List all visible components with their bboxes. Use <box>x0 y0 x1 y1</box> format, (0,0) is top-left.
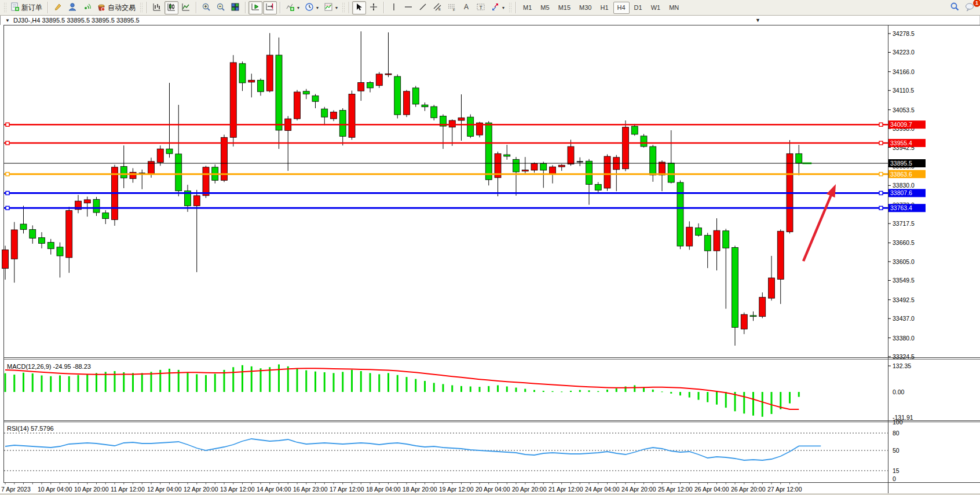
candle-body[interactable] <box>394 76 401 115</box>
candle-body[interactable] <box>467 117 474 136</box>
candle-body[interactable] <box>30 229 36 238</box>
candle-body[interactable] <box>458 118 465 120</box>
candle-body[interactable] <box>20 224 27 229</box>
candle-body[interactable] <box>586 161 593 184</box>
candle-doji[interactable] <box>577 161 583 162</box>
search-button[interactable] <box>948 1 962 14</box>
arrows-tool-button[interactable]: ▾ <box>488 1 507 14</box>
indicators-button[interactable]: ▾ <box>283 1 302 14</box>
equidistant-channel-tool-button[interactable]: E <box>430 1 444 14</box>
candlestick-chart-type-button[interactable] <box>164 1 178 14</box>
candle-body[interactable] <box>631 126 638 134</box>
timeframe-d1-button[interactable]: D1 <box>630 2 646 14</box>
candle-body[interactable] <box>659 162 665 175</box>
timeframe-m30-button[interactable]: M30 <box>575 2 595 14</box>
candle-body[interactable] <box>485 123 492 179</box>
candle-body[interactable] <box>595 185 601 190</box>
line-handle[interactable] <box>6 123 9 126</box>
candle-body[interactable] <box>623 127 629 169</box>
candle-body[interactable] <box>404 91 410 115</box>
candle-body[interactable] <box>522 170 528 171</box>
candle-body[interactable] <box>604 156 610 188</box>
styler-button[interactable] <box>51 1 65 14</box>
candle-body[interactable] <box>531 163 537 170</box>
candle-body[interactable] <box>686 227 693 246</box>
candle-body[interactable] <box>303 91 309 94</box>
candle-body[interactable] <box>723 231 729 248</box>
candle-body[interactable] <box>175 154 182 191</box>
timeframe-w1-button[interactable]: W1 <box>647 2 665 14</box>
candle-body[interactable] <box>641 136 647 146</box>
candle-body[interactable] <box>769 278 775 298</box>
auto-scroll-button[interactable] <box>248 1 262 14</box>
candle-body[interactable] <box>449 120 455 127</box>
cursor-tool-button[interactable] <box>352 1 366 14</box>
candle-body[interactable] <box>103 213 109 219</box>
candle-body[interactable] <box>504 155 510 156</box>
candle-body[interactable] <box>558 165 565 167</box>
timeframe-h1-button[interactable]: H1 <box>596 2 612 14</box>
candle-body[interactable] <box>759 297 766 316</box>
zoom-in-button[interactable] <box>199 1 213 14</box>
candle-body[interactable] <box>203 167 209 196</box>
line-handle[interactable] <box>879 173 883 176</box>
trendline-tool-button[interactable] <box>416 1 430 14</box>
line-handle[interactable] <box>879 206 883 210</box>
candle-body[interactable] <box>47 243 54 249</box>
candle-body[interactable] <box>741 314 747 329</box>
timeframe-m5-button[interactable]: M5 <box>536 2 553 14</box>
fibonacci-tool-button[interactable]: F <box>445 1 459 14</box>
candle-body[interactable] <box>266 55 273 91</box>
dropdown-caret-icon[interactable]: ▾ <box>502 5 504 10</box>
toolbar-drag-handle[interactable] <box>140 2 142 13</box>
zoom-out-button[interactable] <box>214 1 228 14</box>
candle-body[interactable] <box>193 196 200 206</box>
chart-canvas[interactable]: 34278.534223.034166.034110.534053.533998… <box>0 0 980 495</box>
candle-body[interactable] <box>57 247 63 256</box>
candle-body[interactable] <box>677 182 683 246</box>
candle-body[interactable] <box>714 230 720 251</box>
candle-body[interactable] <box>704 235 711 251</box>
line-handle[interactable] <box>879 123 883 126</box>
candle-body[interactable] <box>276 55 282 130</box>
signal-button[interactable] <box>80 1 94 14</box>
crosshair-tool-button[interactable] <box>367 1 381 14</box>
candle-body[interactable] <box>166 149 173 153</box>
candle-body[interactable] <box>66 211 72 258</box>
line-handle[interactable] <box>6 191 9 195</box>
candle-body[interactable] <box>93 199 100 212</box>
candle-body[interactable] <box>540 163 547 170</box>
dropdown-caret-icon[interactable]: ▾ <box>335 5 338 10</box>
timeframe-m1-button[interactable]: M1 <box>519 2 536 14</box>
candle-body[interactable] <box>294 92 301 119</box>
bar-chart-type-button[interactable] <box>150 1 164 14</box>
candle-body[interactable] <box>750 316 756 317</box>
line-handle[interactable] <box>6 141 9 145</box>
tile-windows-button[interactable] <box>228 1 242 14</box>
candle-body[interactable] <box>339 110 346 136</box>
line-handle[interactable] <box>879 141 883 145</box>
candle-body[interactable] <box>84 200 90 203</box>
periods-button[interactable]: ▾ <box>302 1 321 14</box>
timeframe-h4-button[interactable]: H4 <box>613 2 630 14</box>
line-chart-type-button[interactable] <box>179 1 193 14</box>
text-tool-button[interactable]: A <box>459 1 473 14</box>
toolbar-drag-handle[interactable] <box>3 2 6 13</box>
candle-body[interactable] <box>358 83 364 91</box>
dropdown-caret-icon[interactable]: ▾ <box>297 5 299 10</box>
candle-body[interactable] <box>650 146 656 175</box>
candle-body[interactable] <box>39 237 45 243</box>
candle-body[interactable] <box>321 109 328 117</box>
candle-body[interactable] <box>367 83 374 88</box>
candle-body[interactable] <box>412 88 419 104</box>
text-label-tool-button[interactable]: T <box>474 1 488 14</box>
dropdown-caret-icon[interactable]: ▾ <box>316 5 319 10</box>
chart-shift-button[interactable] <box>263 1 277 14</box>
candle-body[interactable] <box>696 228 702 235</box>
candle-body[interactable] <box>248 80 255 82</box>
candle-body[interactable] <box>157 149 163 162</box>
candle-body[interactable] <box>777 231 784 279</box>
chart-shift-marker-icon[interactable]: ▼ <box>755 17 760 23</box>
candle-body[interactable] <box>385 74 392 75</box>
candle-body[interactable] <box>239 64 246 83</box>
